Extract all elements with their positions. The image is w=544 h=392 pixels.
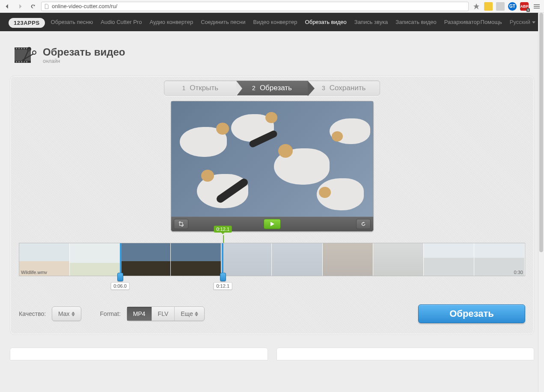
chevron-down-icon	[532, 21, 535, 24]
video-preview[interactable]	[171, 101, 373, 217]
sel-end-time: 0:12.1	[213, 282, 232, 290]
svg-rect-6	[24, 48, 25, 49]
svg-rect-10	[21, 61, 22, 62]
page-title: Обрезать видео	[43, 46, 125, 58]
timeline: 0:12.1 Wildlife.wmv 0:30 0:06.0 0:12.1	[19, 243, 525, 290]
quality-selector[interactable]: Max	[52, 307, 81, 321]
topbar-link[interactable]: Записать видео	[395, 19, 436, 25]
video-controls	[171, 217, 373, 231]
chrome-menu-icon[interactable]	[532, 4, 541, 9]
sel-start-time: 0:06.0	[110, 282, 130, 290]
svg-rect-5	[21, 48, 22, 49]
svg-rect-8	[16, 61, 17, 62]
topbar-link[interactable]: Разархиватор	[444, 19, 480, 25]
forward-button[interactable]	[15, 2, 25, 11]
format-selector: MP4 FLV Еще	[127, 307, 205, 321]
topbar-link[interactable]: Аудио конвертер	[149, 19, 193, 25]
format-flv[interactable]: FLV	[152, 307, 175, 321]
page-subtitle: онлайн	[43, 58, 125, 64]
quality-label: Качество:	[19, 310, 46, 317]
play-button[interactable]	[264, 219, 281, 229]
editor-panel: 1 Открыть 2 Обрезать 3 Сохранить	[10, 76, 534, 335]
info-col-2	[276, 348, 535, 360]
extension-gt[interactable]: GT	[508, 2, 517, 11]
url-bar[interactable]: online-video-cutter.com/ru/	[41, 2, 469, 11]
step-tabs: 1 Открыть 2 Обрезать 3 Сохранить	[164, 80, 380, 96]
language-label: Русский	[510, 19, 530, 25]
topbar-link[interactable]: Видео конвертер	[253, 19, 297, 25]
page-icon	[44, 4, 49, 9]
quality-value: Max	[58, 310, 69, 317]
site-logo[interactable]: 123APPS	[9, 18, 45, 28]
topbar-link[interactable]: Запись звука	[354, 19, 388, 25]
topbar-link[interactable]: Соединить песни	[201, 19, 245, 25]
url-text: online-video-cutter.com/ru/	[52, 3, 117, 9]
video-player	[171, 101, 374, 232]
extension-2[interactable]	[496, 2, 505, 11]
handle-start[interactable]	[117, 273, 123, 281]
below-columns	[10, 348, 534, 360]
language-selector[interactable]: Русский	[510, 19, 535, 25]
timeline-duration: 0:30	[514, 270, 523, 275]
svg-rect-9	[18, 61, 20, 62]
site-topbar: 123APPS Обрезать песнюAudio Cutter ProАу…	[0, 13, 544, 31]
cut-video-icon	[13, 43, 37, 67]
playhead-time: 0:12.1	[214, 226, 232, 233]
crop-button[interactable]	[174, 219, 188, 229]
svg-rect-12	[26, 61, 27, 62]
extension-abp[interactable]: ABP	[520, 2, 529, 11]
info-col-1	[10, 348, 268, 360]
reload-button[interactable]	[28, 2, 38, 11]
help-link[interactable]: Помощь	[481, 19, 502, 25]
bottom-controls: Качество: Max Format: MP4 FLV Еще Обреза…	[19, 304, 525, 323]
browser-chrome: online-video-cutter.com/ru/ GT ABP	[0, 0, 544, 13]
stepper-icon	[71, 312, 75, 316]
format-more[interactable]: Еще	[175, 307, 204, 321]
step-open[interactable]: 1 Открыть	[164, 81, 236, 95]
extension-1[interactable]	[484, 2, 493, 11]
filmstrip[interactable]: Wildlife.wmv 0:30	[19, 243, 525, 276]
bookmark-star-icon[interactable]	[472, 2, 481, 11]
topbar-link[interactable]: Обрезать видео	[305, 19, 347, 25]
cut-button[interactable]: Обрезать	[418, 304, 525, 323]
back-button[interactable]	[3, 2, 12, 11]
stepper-icon	[195, 312, 198, 316]
svg-rect-3	[16, 48, 17, 49]
vertical-scrollbar[interactable]	[538, 13, 544, 392]
rotate-button[interactable]	[356, 219, 371, 229]
format-mp4[interactable]: MP4	[127, 307, 152, 321]
timeline-filename: Wildlife.wmv	[21, 270, 47, 275]
handle-end[interactable]	[220, 273, 226, 281]
topbar-link[interactable]: Обрезать песню	[51, 19, 93, 25]
topbar-link[interactable]: Audio Cutter Pro	[101, 19, 142, 25]
step-cut[interactable]: 2 Обрезать	[236, 81, 308, 95]
page-header: Обрезать видео онлайн	[0, 31, 544, 76]
topbar-links: Обрезать песнюAudio Cutter ProАудио конв…	[51, 16, 481, 25]
step-save[interactable]: 3 Сохранить	[308, 81, 380, 95]
format-label: Format:	[100, 310, 121, 317]
scrollbar-thumb[interactable]	[539, 13, 543, 252]
svg-rect-4	[18, 48, 20, 49]
